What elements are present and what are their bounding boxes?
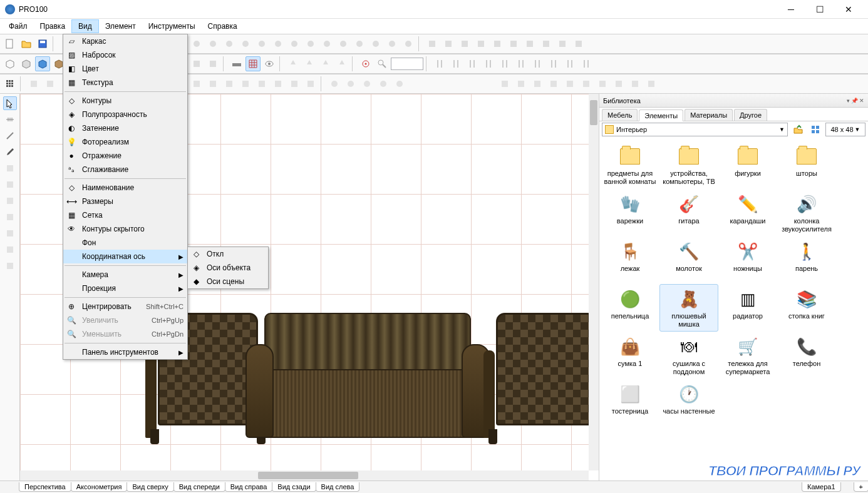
toolbar-button[interactable] [334,56,349,71]
toolbar-button[interactable] [189,36,204,51]
library-item[interactable]: ✏️карандаши [718,189,777,236]
grid-small-button[interactable] [3,76,18,91]
toolbar-button[interactable] [546,76,561,91]
toolbar-button[interactable] [546,56,561,71]
toolbar-button[interactable] [238,76,253,91]
tool-button[interactable] [3,194,17,208]
sofa[interactable] [252,313,483,450]
menu-item-texture[interactable]: ▦Текстура [63,76,187,89]
tool-button[interactable] [3,226,17,240]
toolbar-button[interactable] [425,36,440,51]
toolbar-button[interactable] [271,76,286,91]
toolbar-button[interactable] [189,76,204,91]
toolbar-button[interactable] [205,56,220,71]
view-tab[interactable]: Вид справа [225,482,273,492]
library-item[interactable]: 🧸плюшевый мишка [659,284,718,332]
toolbar-button[interactable] [530,76,545,91]
toolbar-button[interactable] [571,36,586,51]
menu-item-grid[interactable]: ▦Сетка [63,208,187,222]
library-item[interactable]: 🕐часы настенные [659,379,718,427]
library-item[interactable]: 🛒тележка для супермаркета [718,332,777,379]
toolbar-button[interactable] [401,36,416,51]
library-tab[interactable]: Другое [734,109,767,121]
menu-item-name-tag[interactable]: ◇Наименование [63,181,187,195]
horizontal-scrollbar[interactable] [20,470,589,480]
bed-icon-button[interactable] [229,56,244,71]
toolbar-button[interactable] [222,76,237,91]
zoom-input[interactable] [391,58,423,70]
toolbar-button[interactable] [628,76,643,91]
menu-item-contours[interactable]: ◇Контуры [63,94,187,108]
library-item[interactable]: 👜сумка 1 [601,332,659,379]
toolbar-button[interactable] [303,36,318,51]
toolbar-button[interactable] [343,76,358,91]
view-mode-button[interactable] [808,122,823,137]
submenu-item-axis-scene[interactable]: ◆Оси сцены [188,275,268,288]
tool-button[interactable] [3,178,17,191]
menu-item-shading[interactable]: ◐Затенение [63,121,187,135]
new-file-button[interactable] [3,36,18,51]
minimize-button[interactable]: ─ [777,0,805,19]
toolbar-button[interactable] [497,76,512,91]
library-item[interactable]: устройства, компьютеры, ТВ [659,141,718,189]
eye-button[interactable] [262,56,277,71]
toolbar-button[interactable] [514,56,529,71]
toolbar-button[interactable] [287,76,302,91]
panel-menu-icon[interactable]: ▾ [847,98,850,104]
menu-item-projection[interactable]: Проекция▶ [63,282,187,295]
save-file-button[interactable] [35,36,50,51]
maximize-button[interactable]: ☐ [805,0,834,19]
toolbar-button[interactable] [562,76,577,91]
toolbar-button[interactable] [514,76,529,91]
open-file-button[interactable] [19,36,34,51]
library-item[interactable]: 🚶парень [777,236,836,284]
library-item[interactable]: предметы для ванной комнаты [601,141,659,189]
grid-toggle-button[interactable] [245,56,261,71]
library-item[interactable]: 🧤варежки [601,189,659,236]
library-item[interactable]: 🔨молоток [659,236,718,284]
view-tab[interactable]: Перспектива [19,482,71,492]
menu-item-smoothing[interactable]: ᵃₐСглаживание [63,163,187,176]
menu-item-camera[interactable]: Камера▶ [63,268,187,282]
tool-button[interactable] [3,161,17,175]
up-folder-button[interactable] [790,122,805,137]
cube-button[interactable] [19,56,34,71]
view-tab[interactable]: Вид сверху [127,482,173,492]
library-item[interactable]: 🍽сушилка с поддоном [659,332,718,379]
library-item[interactable]: 📚стопка книг [777,284,836,332]
vertical-scrollbar[interactable] [589,94,599,470]
line-tool[interactable] [3,129,17,143]
toolbar-button[interactable] [287,36,302,51]
view-tab[interactable]: Аксонометрия [71,482,128,492]
folder-combo[interactable]: Интерьер ▼ [602,123,788,136]
toolbar-button[interactable] [26,76,41,91]
toolbar-button[interactable] [595,76,610,91]
toolbar-button[interactable] [481,56,496,71]
library-item[interactable]: 🟢пепельница [601,284,659,332]
toolbar-button[interactable] [238,36,253,51]
toolbar-button[interactable] [302,56,317,71]
library-tab[interactable]: Мебель [602,109,638,121]
menu-Вид[interactable]: Вид [71,19,99,33]
toolbar-button[interactable] [465,56,480,71]
library-item[interactable]: 📞телефон [777,332,836,379]
toolbar-button[interactable] [579,76,594,91]
toolbar-button[interactable] [392,76,407,91]
toolbar-button[interactable] [303,76,318,91]
menu-item-dimensions[interactable]: ⟷Размеры [63,195,187,208]
library-item[interactable]: ✂️ножницы [718,236,777,284]
toolbar-button[interactable] [562,56,577,71]
menu-item-sketch[interactable]: ▨Набросок [63,48,187,62]
submenu-item-axis-obj[interactable]: ◈Оси объекта [188,261,268,275]
tool-button[interactable] [3,210,17,224]
toolbar-button[interactable] [490,36,505,51]
tool-button[interactable] [3,243,17,257]
zoom-button[interactable] [375,56,390,71]
armchair-right[interactable] [483,313,599,444]
pointer-tool[interactable] [3,96,17,110]
menu-Справка[interactable]: Справка [202,20,244,33]
menu-Элемент[interactable]: Элемент [99,20,142,33]
measure-tool[interactable] [3,113,17,126]
view-tab[interactable]: Вид слева [316,482,360,492]
toolbar-button[interactable] [441,36,456,51]
